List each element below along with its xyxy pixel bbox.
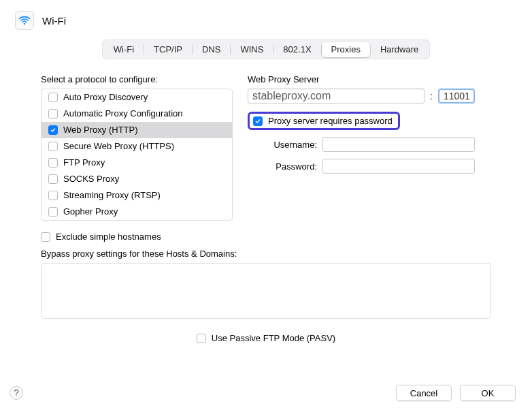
protocol-check-streaming-proxy[interactable] <box>48 191 58 200</box>
protocol-label: Streaming Proxy (RTSP) <box>63 189 161 202</box>
protocol-label: SOCKS Proxy <box>63 173 119 185</box>
server-row: : <box>248 89 491 104</box>
lower-section: Exclude simple hostnames Bypass proxy se… <box>12 232 520 350</box>
protocol-column: Select a protocol to configure: Auto Pro… <box>41 74 233 221</box>
tab-wifi[interactable]: Wi-Fi <box>104 42 144 57</box>
protocol-check-secure-web-proxy[interactable] <box>48 142 58 151</box>
help-button[interactable]: ? <box>10 386 23 400</box>
proxy-host-input[interactable] <box>248 89 425 104</box>
pane-header: Wi-Fi <box>15 11 520 30</box>
host-port-separator: : <box>429 91 434 101</box>
server-heading: Web Proxy Server <box>248 74 491 84</box>
svg-point-0 <box>24 23 25 25</box>
tab-hardware[interactable]: Hardware <box>371 42 428 57</box>
protocol-row-gopher-proxy[interactable]: Gopher Proxy <box>41 204 232 220</box>
ok-button[interactable]: OK <box>460 385 516 401</box>
wifi-icon <box>15 11 34 30</box>
protocol-check-auto-config[interactable] <box>48 109 58 118</box>
protocol-check-web-proxy[interactable] <box>48 125 58 135</box>
protocol-check-ftp-proxy[interactable] <box>48 158 58 168</box>
protocol-heading: Select a protocol to configure: <box>41 74 233 84</box>
exclude-hostnames-label: Exclude simple hostnames <box>56 232 161 242</box>
protocol-label: Web Proxy (HTTP) <box>63 124 138 136</box>
protocol-label: Auto Proxy Discovery <box>63 91 148 104</box>
protocol-row-auto-config[interactable]: Automatic Proxy Configuration <box>41 106 232 122</box>
protocol-row-ftp-proxy[interactable]: FTP Proxy <box>41 155 232 171</box>
segmented-control: Wi-Fi TCP/IP DNS WINS 802.1X Proxies Har… <box>102 39 431 59</box>
protocol-row-secure-web-proxy[interactable]: Secure Web Proxy (HTTPS) <box>41 138 232 155</box>
footer: ? Cancel OK <box>10 385 516 401</box>
password-row: Password: <box>248 159 491 174</box>
bypass-textarea[interactable] <box>41 263 491 319</box>
protocol-row-streaming-proxy[interactable]: Streaming Proxy (RTSP) <box>41 187 232 204</box>
protocol-check-auto-discovery[interactable] <box>48 93 58 102</box>
proxy-port-input[interactable] <box>438 89 475 104</box>
main-columns: Select a protocol to configure: Auto Pro… <box>12 74 520 221</box>
requires-password-label: Proxy server requires password <box>268 116 393 126</box>
pasv-check[interactable] <box>197 334 206 343</box>
password-label: Password: <box>264 161 317 172</box>
protocol-label: Secure Web Proxy (HTTPS) <box>63 140 174 153</box>
exclude-hostnames-check[interactable] <box>41 232 50 242</box>
protocol-check-socks-proxy[interactable] <box>48 174 58 184</box>
pasv-row: Use Passive FTP Mode (PASV) <box>41 333 491 350</box>
protocol-label: Gopher Proxy <box>63 206 118 218</box>
requires-password-highlight: Proxy server requires password <box>248 112 400 130</box>
tabbar: Wi-Fi TCP/IP DNS WINS 802.1X Proxies Har… <box>12 39 520 59</box>
protocol-row-auto-discovery[interactable]: Auto Proxy Discovery <box>41 89 232 106</box>
protocol-label: FTP Proxy <box>63 157 105 169</box>
pane-title: Wi-Fi <box>42 15 66 27</box>
exclude-hostnames-row: Exclude simple hostnames <box>41 232 491 242</box>
cancel-button[interactable]: Cancel <box>396 385 452 401</box>
tab-proxies[interactable]: Proxies <box>322 42 370 57</box>
tab-tcpip[interactable]: TCP/IP <box>144 42 192 57</box>
tab-wins[interactable]: WINS <box>231 42 273 57</box>
username-input[interactable] <box>322 137 475 152</box>
protocol-label: Automatic Proxy Configuration <box>63 108 183 120</box>
protocol-check-gopher-proxy[interactable] <box>48 207 58 217</box>
pasv-label: Use Passive FTP Mode (PASV) <box>212 333 335 343</box>
tab-8021x[interactable]: 802.1X <box>273 42 320 57</box>
tab-dns[interactable]: DNS <box>193 42 230 57</box>
username-label: Username: <box>264 140 317 150</box>
protocol-row-socks-proxy[interactable]: SOCKS Proxy <box>41 171 232 187</box>
wifi-proxies-pane: Wi-Fi Wi-Fi TCP/IP DNS WINS 802.1X Proxi… <box>0 0 532 412</box>
protocol-listbox[interactable]: Auto Proxy Discovery Automatic Proxy Con… <box>41 89 233 221</box>
protocol-row-web-proxy[interactable]: Web Proxy (HTTP) <box>41 122 232 138</box>
server-column: Web Proxy Server : Proxy server requires… <box>248 74 491 221</box>
username-row: Username: <box>248 137 491 152</box>
password-input[interactable] <box>322 159 475 174</box>
requires-password-check[interactable] <box>253 116 263 126</box>
bypass-label: Bypass proxy settings for these Hosts & … <box>41 249 491 259</box>
